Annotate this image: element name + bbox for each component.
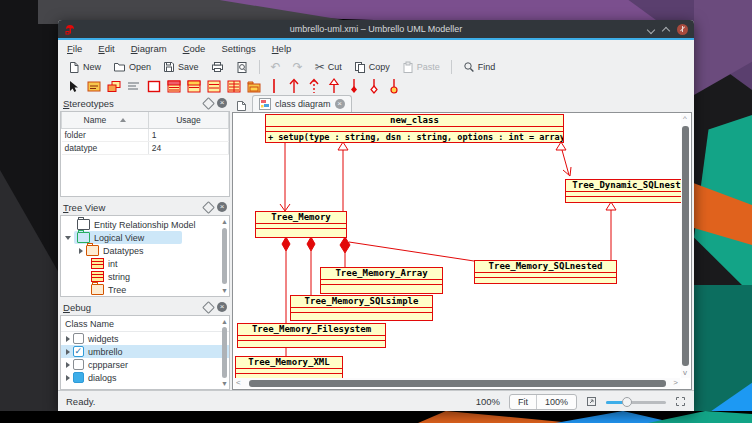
tree-item-datatypes[interactable]: Datatypes <box>61 244 229 257</box>
close-dock-icon[interactable]: × <box>217 302 227 312</box>
float-dock-icon[interactable] <box>202 201 215 214</box>
uml-class-tree-memory-sqlnested[interactable]: Tree_Memory_SQLnested <box>474 260 617 284</box>
zoom-slider[interactable] <box>606 396 666 408</box>
print-preview-button[interactable] <box>232 60 252 75</box>
box-tool[interactable] <box>146 79 161 94</box>
save-button[interactable]: Save <box>159 60 203 74</box>
uml-class-tree-memory[interactable]: Tree_Memory <box>255 211 347 238</box>
close-dock-icon[interactable]: × <box>217 98 227 108</box>
stereotypes-dock-titlebar[interactable]: Stereotypes × <box>60 95 230 111</box>
menu-diagram[interactable]: Diagram <box>131 43 167 54</box>
column-header-name[interactable]: Name <box>62 112 149 129</box>
minimize-icon[interactable] <box>647 25 655 33</box>
tree-view-dock-titlebar[interactable]: Tree View × <box>60 199 230 215</box>
zoom-100-button[interactable]: 100% <box>536 395 576 409</box>
diagram-canvas[interactable]: new_class + setup(type : string, dsn : s… <box>232 112 692 390</box>
dependency-tool[interactable] <box>306 79 321 94</box>
class-tool[interactable] <box>166 79 181 94</box>
page-fit-icon[interactable] <box>586 396 597 407</box>
scroll-down-icon[interactable]: v <box>683 369 687 377</box>
redo-button[interactable]: ↷ <box>289 60 307 74</box>
debug-item-cppparser[interactable]: cppparser <box>61 358 229 371</box>
table-row[interactable]: datatype24 <box>62 142 229 155</box>
chevron-right-icon[interactable] <box>66 349 70 355</box>
scroll-down-icon[interactable]: ▼ <box>221 287 228 294</box>
column-header-usage[interactable]: Usage <box>148 112 228 129</box>
uml-class-tree-memory-xml[interactable]: Tree_Memory_XML <box>235 356 343 380</box>
interface-tool[interactable] <box>186 79 201 94</box>
uml-class-tree-dynamic-sqlnest[interactable]: Tree_Dynamic_SQLnest <box>565 179 683 203</box>
menu-code[interactable]: Code <box>183 43 206 54</box>
aggregation-tool[interactable] <box>366 79 381 94</box>
checkbox-unchecked[interactable] <box>73 359 84 370</box>
debug-dock-titlebar[interactable]: Debug × <box>60 299 230 315</box>
checkbox-unchecked[interactable] <box>73 333 84 344</box>
menu-file[interactable]: File <box>67 43 82 54</box>
scroll-right-icon[interactable]: > <box>673 379 678 387</box>
debug-item-umbrello[interactable]: umbrello <box>61 345 229 358</box>
float-dock-icon[interactable] <box>202 301 215 314</box>
new-button[interactable]: New <box>64 60 105 75</box>
scrollbar-thumb[interactable] <box>249 380 666 387</box>
chevron-right-icon[interactable] <box>66 375 70 381</box>
uml-class-tree-memory-array[interactable]: Tree_Memory_Array <box>320 267 443 294</box>
generalization-tool[interactable] <box>326 79 341 94</box>
note-tool[interactable] <box>126 79 141 94</box>
menu-settings[interactable]: Settings <box>221 43 255 54</box>
fit-button[interactable]: Fit <box>510 395 536 409</box>
text-tool[interactable] <box>86 79 101 94</box>
close-dock-icon[interactable]: × <box>217 202 227 212</box>
scrollbar-thumb[interactable] <box>222 228 227 284</box>
tree-item-entity-relationship-model[interactable]: Entity Relationship Model <box>61 218 229 231</box>
open-button[interactable]: Open <box>109 60 155 74</box>
scroll-up-icon[interactable]: ^ <box>683 115 687 123</box>
checkbox-partial[interactable] <box>73 372 84 383</box>
cut-button[interactable]: ✂ Cut <box>311 60 346 74</box>
composition-tool[interactable] <box>346 79 361 94</box>
close-tab-icon[interactable]: × <box>335 99 345 109</box>
object-tool[interactable] <box>106 79 121 94</box>
tree-view-scrollbar[interactable]: ▲ ▼ <box>221 218 228 294</box>
fullscreen-icon[interactable] <box>675 396 686 407</box>
copy-button[interactable]: Copy <box>350 60 394 75</box>
close-icon[interactable] <box>677 24 688 35</box>
canvas-horizontal-scrollbar[interactable]: < > <box>234 378 680 388</box>
enum-tool[interactable] <box>226 79 241 94</box>
tree-item-logical-view[interactable]: Logical View <box>61 231 229 244</box>
slider-handle[interactable] <box>622 397 632 407</box>
tab-class-diagram[interactable]: class diagram × <box>252 95 352 112</box>
debug-item-widgets[interactable]: widgets <box>61 332 229 345</box>
scroll-down-icon[interactable]: ▼ <box>221 380 228 387</box>
new-tab-button[interactable] <box>234 99 248 112</box>
uml-class-new_class[interactable]: new_class + setup(type : string, dsn : s… <box>265 114 564 143</box>
chevron-right-icon[interactable] <box>66 362 70 368</box>
uml-class-tree-memory-sqlsimple[interactable]: Tree_Memory_SQLsimple <box>290 295 433 321</box>
containment-tool[interactable] <box>386 79 401 94</box>
menu-edit[interactable]: Edit <box>98 43 114 54</box>
uml-class-tree-memory-filesystem[interactable]: Tree_Memory_Filesystem <box>237 323 386 348</box>
chevron-right-icon[interactable] <box>79 248 83 254</box>
float-dock-icon[interactable] <box>202 97 215 110</box>
print-button[interactable] <box>207 60 228 74</box>
find-button[interactable]: Find <box>459 60 500 74</box>
canvas-vertical-scrollbar[interactable]: ^ v <box>681 114 690 378</box>
undo-button[interactable]: ↶ <box>267 60 285 74</box>
maximize-icon[interactable] <box>662 25 670 33</box>
select-tool[interactable] <box>66 79 81 94</box>
scroll-up-icon[interactable]: ▲ <box>221 218 228 225</box>
directed-association-tool[interactable] <box>286 79 301 94</box>
association-line-tool[interactable] <box>266 79 281 94</box>
table-row[interactable]: folder1 <box>62 129 229 142</box>
window-titlebar[interactable]: umbrello-uml.xmi – Umbrello UML Modeller <box>58 20 694 38</box>
package-tool[interactable] <box>246 79 261 94</box>
tree-item-tree[interactable]: Tree <box>61 283 229 296</box>
debug-scrollbar[interactable]: ▲ ▼ <box>221 318 228 387</box>
scroll-up-icon[interactable]: ▲ <box>221 318 228 325</box>
tree-item-string[interactable]: string <box>61 270 229 283</box>
datatype-tool[interactable] <box>206 79 221 94</box>
debug-item-dialogs[interactable]: dialogs <box>61 371 229 384</box>
menu-help[interactable]: Help <box>272 43 292 54</box>
tree-item-int[interactable]: int <box>61 257 229 270</box>
chevron-down-icon[interactable] <box>65 236 71 240</box>
scroll-left-icon[interactable]: < <box>236 379 241 387</box>
